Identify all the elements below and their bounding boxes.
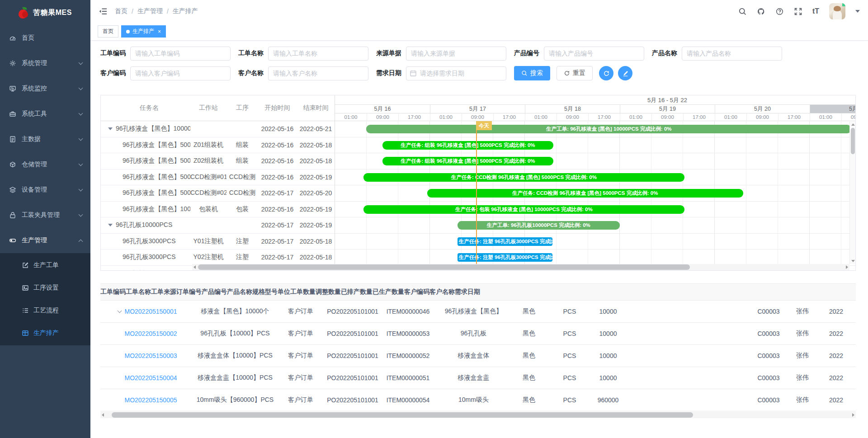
orders-table-body: MO202205150001 移液盒【黑色】10000个 客户订单 PO2022…: [100, 301, 856, 411]
customer-code: C00003: [750, 308, 787, 315]
edit-circle-button[interactable]: [618, 66, 632, 80]
chevron-icon: [79, 212, 83, 217]
gantt-bar[interactable]: 生产任务: 注塑 96孔孔板3000PCS 完成比例: 0%: [458, 237, 552, 246]
scroll-right-icon[interactable]: [846, 265, 848, 269]
work-order-code-link[interactable]: MO202205150003: [125, 352, 177, 359]
filter-input[interactable]: [268, 66, 368, 80]
unit: PCS: [547, 308, 592, 315]
scroll-down-icon[interactable]: [851, 260, 855, 262]
order-row[interactable]: MO202205150005 10mm吸头【960000】PCS 客户订单 PO…: [100, 389, 856, 411]
gantt-vertical-scrollbar[interactable]: [849, 122, 855, 264]
scrollbar-thumb[interactable]: [851, 128, 855, 154]
sidebar-subitem[interactable]: 工艺流程: [0, 299, 90, 322]
sidebar-item[interactable]: 仓储管理: [0, 152, 90, 177]
gantt-task-row[interactable]: 96孔移液盒【黑色】5000PCS CCD检测#01 CCD检测 2022-05…: [101, 170, 335, 186]
scroll-left-icon[interactable]: [193, 265, 196, 269]
sidebar-item[interactable]: 系统工具: [0, 101, 90, 127]
avatar[interactable]: [829, 3, 845, 19]
gantt-bar[interactable]: 生产任务: CCD检测 96孔移液盒 [黑色] 5000PCS 完成比例: 0%: [363, 173, 684, 182]
demand-date-input[interactable]: [406, 66, 506, 80]
sidebar-item[interactable]: 设备管理: [0, 177, 90, 203]
help-icon[interactable]: [775, 7, 784, 16]
orders-horizontal-scrollbar[interactable]: [100, 412, 856, 418]
scroll-up-icon[interactable]: [851, 123, 855, 126]
expand-triangle-icon[interactable]: [108, 127, 113, 130]
gantt-horizontal-scrollbar[interactable]: [192, 264, 849, 270]
today-flag[interactable]: 今天: [476, 121, 492, 130]
sidebar-subitem[interactable]: 生产排产: [0, 322, 90, 344]
scrollbar-thumb[interactable]: [198, 264, 690, 270]
gantt-task-row[interactable]: 96孔移液盒【黑色】10000PCS 2022-05-16 2022-05-21: [101, 121, 335, 137]
sidebar-subitem[interactable]: 工序设置: [0, 277, 90, 299]
gantt-task-row[interactable]: 96孔孔板3000PCS Y01注塑机 注塑 2022-05-17 2022-0…: [101, 234, 335, 250]
gantt-bar[interactable]: 生产工单: 96孔孔板10000PCS 完成比例: 0%: [458, 221, 620, 230]
order-row[interactable]: MO202205150004 移液盒盒盖【10000】PCS 客户订单 PO20…: [100, 367, 856, 389]
filter-input[interactable]: [130, 47, 231, 61]
work-order-code-link[interactable]: MO202205150004: [125, 374, 177, 381]
gantt-bar[interactable]: 生产工单: 96孔移液盒 [黑色] 10000PCS 完成比例: 0%: [366, 125, 851, 133]
filter-input[interactable]: [130, 66, 231, 80]
order-row[interactable]: MO202205150003 移液盒盒体【10000】PCS 客户订单 PO20…: [100, 345, 856, 367]
sidebar-item[interactable]: 首页: [0, 25, 90, 51]
close-icon[interactable]: ×: [158, 29, 161, 34]
gantt-bar[interactable]: 生产任务: 组装 96孔移液盒 [黑色] 5000PCS 完成比例: 0%: [382, 141, 553, 150]
gantt-chart-row: 生产任务: 注塑 96孔孔板3000PCS 完成比例: 0%: [335, 250, 855, 266]
filter-input[interactable]: [544, 47, 644, 61]
gantt-task-row[interactable]: 96孔孔板10000PCS 2022-05-17 2022-05-19: [101, 217, 335, 234]
filter-input[interactable]: [406, 47, 506, 61]
chevron-icon: [79, 61, 83, 65]
font-size-icon[interactable]: tT: [812, 8, 819, 15]
task-end: 2022-05-19: [297, 206, 335, 213]
gantt-bar[interactable]: 生产任务: CCD检测 96孔移液盒 [黑色] 5000PCS 完成比例: 0%: [427, 189, 743, 198]
expand-triangle-icon[interactable]: [108, 224, 113, 226]
scroll-left-icon[interactable]: [102, 413, 104, 417]
product-code: ITEM00000046: [380, 308, 436, 315]
gantt-bar[interactable]: 生产任务: 包装 96孔移液盒 [黑色] 10000PCS 完成比例: 0%: [363, 205, 684, 214]
sidebar-subitem[interactable]: 生产工单: [0, 254, 90, 277]
timeline-hour-cell: 01:00: [810, 113, 841, 121]
order-qty: 960000: [592, 396, 624, 404]
search-icon[interactable]: [738, 7, 747, 16]
scrollbar-thumb[interactable]: [112, 412, 693, 418]
gantt-task-row[interactable]: 96孔移液盒【黑色】5000PCS Z01组装机 组装 2022-05-16 2…: [101, 137, 335, 154]
refresh-circle-button[interactable]: [599, 66, 613, 80]
gantt-bar[interactable]: 生产任务: 组装 96孔移液盒 [黑色] 5000PCS 完成比例: 0%: [382, 157, 553, 165]
gantt-bar[interactable]: 生产任务: 注塑 96孔孔板3000PCS 完成比例: 0%: [458, 253, 552, 262]
sidebar-item[interactable]: 工装夹具管理: [0, 203, 90, 228]
gantt-task-row[interactable]: 96孔移液盒【黑色】10000PCS 包装机 包装 2022-05-16 202…: [101, 202, 335, 218]
breadcrumb-level1[interactable]: 生产管理: [137, 7, 163, 15]
reset-button[interactable]: 重置: [557, 66, 593, 80]
work-order-code-link[interactable]: MO202205150005: [125, 396, 177, 404]
tab[interactable]: 生产排产 ×: [121, 25, 166, 38]
filter-input[interactable]: [682, 47, 782, 61]
gantt-task-row[interactable]: 96孔孔板3000PCS Y02注塑机 注塑 2022-05-17 2022-0…: [101, 250, 335, 266]
spec: 黑色: [511, 352, 547, 360]
fullscreen-icon[interactable]: [794, 7, 802, 16]
tab[interactable]: 首页 ×: [98, 25, 118, 38]
sidebar-fold-icon[interactable]: [99, 7, 108, 16]
order-row[interactable]: MO202205150002 96孔孔板【10000】PCS 客户订单 PO20…: [100, 323, 856, 345]
task-workstation: CCD检测#01: [190, 173, 226, 181]
sidebar-item[interactable]: 生产管理: [0, 228, 90, 253]
sidebar-item[interactable]: 系统管理: [0, 51, 90, 76]
work-order-code-link[interactable]: MO202205150002: [125, 330, 177, 337]
search-button[interactable]: 搜索: [514, 66, 550, 80]
order-name: 10mm吸头【960000】PCS: [194, 396, 276, 404]
filter-input[interactable]: [268, 47, 368, 61]
sidebar-item[interactable]: 系统监控: [0, 76, 90, 101]
gantt-task-row[interactable]: 96孔移液盒【黑色】5000PCS CCD检测#02 CCD检测 2022-05…: [101, 185, 335, 202]
work-order-code-link[interactable]: MO202205150001: [125, 308, 177, 315]
task-name: 96孔移液盒【黑色】5000PCS: [123, 141, 190, 149]
gantt-task-row[interactable]: 96孔移液盒【黑色】5000PCS Z02组装机 组装 2022-05-16 2…: [101, 153, 335, 170]
order-row[interactable]: MO202205150001 移液盒【黑色】10000个 客户订单 PO2022…: [100, 301, 856, 323]
breadcrumb-home[interactable]: 首页: [115, 7, 127, 15]
github-icon[interactable]: [757, 7, 765, 16]
scroll-right-icon[interactable]: [852, 413, 854, 417]
expand-chevron-icon[interactable]: [117, 309, 122, 313]
app-logo[interactable]: 苦糖果MES: [0, 0, 90, 25]
sidebar-item-label: 首页: [22, 34, 79, 42]
chevron-down-icon[interactable]: [855, 10, 860, 13]
product-code: ITEM00000054: [380, 396, 436, 404]
refresh-icon: [603, 70, 610, 77]
sidebar-item[interactable]: 主数据: [0, 127, 90, 152]
